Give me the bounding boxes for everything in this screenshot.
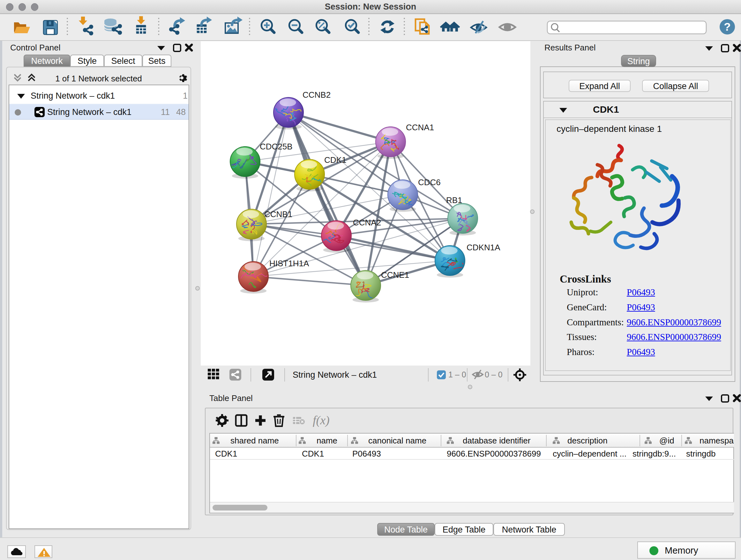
svg-text:CCNB1: CCNB1 (264, 209, 292, 219)
svg-text:canonical name: canonical name (368, 436, 426, 445)
svg-text:CDC6: CDC6 (418, 178, 441, 187)
svg-text:stringdb:9...: stringdb:9... (632, 449, 676, 458)
svg-text:description: description (567, 436, 608, 445)
svg-text:9606.ENSP00000378699: 9606.ENSP00000378699 (447, 449, 541, 458)
svg-text:f(x): f(x) (313, 414, 330, 427)
svg-text:CDKN1A: CDKN1A (467, 243, 500, 252)
svg-text:1 – 0: 1 – 0 (448, 370, 466, 379)
svg-text:CCNB2: CCNB2 (302, 90, 331, 100)
svg-text:RB1: RB1 (446, 195, 462, 205)
svg-text:P06493: P06493 (352, 449, 381, 458)
svg-text:CCNE1: CCNE1 (381, 270, 409, 280)
svg-text:?: ? (724, 20, 731, 33)
svg-text:database identifier: database identifier (463, 436, 531, 445)
svg-text:CCNA1: CCNA1 (406, 123, 434, 132)
svg-text:name: name (317, 436, 337, 445)
svg-text:CDC25B: CDC25B (260, 142, 293, 151)
svg-text:CCNA2: CCNA2 (353, 218, 381, 227)
svg-text:CDK1: CDK1 (215, 449, 237, 458)
svg-text:shared name: shared name (230, 436, 279, 445)
svg-text:HIST1H1A: HIST1H1A (269, 259, 309, 268)
svg-text:stringdb: stringdb (686, 449, 716, 458)
svg-text:@id: @id (659, 436, 674, 445)
svg-text:CDK1: CDK1 (302, 449, 324, 458)
svg-text:cyclin–dependent ...: cyclin–dependent ... (553, 449, 626, 458)
svg-text:CDK1: CDK1 (324, 155, 346, 165)
svg-text:String Network – cdk1: String Network – cdk1 (293, 370, 377, 380)
svg-text:0 – 0: 0 – 0 (485, 370, 502, 379)
svg-text:namespace: namespace (699, 436, 734, 445)
